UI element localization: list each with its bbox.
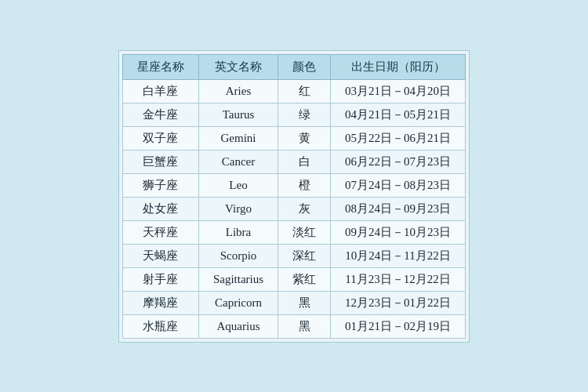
header-en: 英文名称 [198, 54, 278, 79]
table-row: 摩羯座Capricorn黑12月23日－01月22日 [122, 291, 465, 314]
cell-en: Aries [198, 79, 278, 103]
cell-color: 紫红 [278, 267, 331, 291]
zodiac-table: 星座名称 英文名称 颜色 出生日期（阳历） 白羊座Aries红03月21日－04… [122, 54, 466, 339]
cell-en: Sagittarius [198, 267, 278, 291]
cell-zh: 处女座 [122, 197, 198, 220]
table-row: 狮子座Leo橙07月24日－08月23日 [122, 173, 465, 197]
table-row: 水瓶座Aquarius黑01月21日－02月19日 [122, 314, 465, 338]
cell-date: 12月23日－01月22日 [331, 291, 466, 314]
cell-date: 09月24日－10月23日 [331, 220, 466, 244]
cell-en: Taurus [198, 103, 278, 126]
cell-color: 深红 [278, 244, 331, 267]
header-color: 颜色 [278, 54, 331, 79]
table-row: 天蝎座Scorpio深红10月24日－11月22日 [122, 244, 465, 267]
table-header-row: 星座名称 英文名称 颜色 出生日期（阳历） [122, 54, 465, 79]
cell-zh: 摩羯座 [122, 291, 198, 314]
table-row: 处女座Virgo灰08月24日－09月23日 [122, 197, 465, 220]
cell-date: 08月24日－09月23日 [331, 197, 466, 220]
cell-color: 红 [278, 79, 331, 103]
cell-color: 淡红 [278, 220, 331, 244]
cell-en: Gemini [198, 126, 278, 150]
table-body: 白羊座Aries红03月21日－04月20日金牛座Taurus绿04月21日－0… [122, 79, 465, 338]
cell-en: Cancer [198, 150, 278, 173]
table-row: 双子座Gemini黄05月22日－06月21日 [122, 126, 465, 150]
cell-color: 绿 [278, 103, 331, 126]
cell-en: Capricorn [198, 291, 278, 314]
cell-date: 04月21日－05月21日 [331, 103, 466, 126]
header-date: 出生日期（阳历） [331, 54, 466, 79]
cell-date: 01月21日－02月19日 [331, 314, 466, 338]
cell-en: Aquarius [198, 314, 278, 338]
table-row: 天秤座Libra淡红09月24日－10月23日 [122, 220, 465, 244]
cell-date: 10月24日－11月22日 [331, 244, 466, 267]
cell-color: 黄 [278, 126, 331, 150]
cell-zh: 巨蟹座 [122, 150, 198, 173]
cell-en: Leo [198, 173, 278, 197]
cell-date: 07月24日－08月23日 [331, 173, 466, 197]
cell-color: 灰 [278, 197, 331, 220]
cell-date: 05月22日－06月21日 [331, 126, 466, 150]
cell-color: 黑 [278, 291, 331, 314]
cell-date: 03月21日－04月20日 [331, 79, 466, 103]
table-row: 白羊座Aries红03月21日－04月20日 [122, 79, 465, 103]
cell-zh: 狮子座 [122, 173, 198, 197]
zodiac-table-container: 星座名称 英文名称 颜色 出生日期（阳历） 白羊座Aries红03月21日－04… [118, 50, 470, 343]
header-zh: 星座名称 [122, 54, 198, 79]
cell-color: 白 [278, 150, 331, 173]
cell-zh: 天蝎座 [122, 244, 198, 267]
cell-en: Scorpio [198, 244, 278, 267]
cell-date: 06月22日－07月23日 [331, 150, 466, 173]
table-row: 巨蟹座Cancer白06月22日－07月23日 [122, 150, 465, 173]
cell-zh: 射手座 [122, 267, 198, 291]
table-row: 金牛座Taurus绿04月21日－05月21日 [122, 103, 465, 126]
cell-date: 11月23日－12月22日 [331, 267, 466, 291]
cell-zh: 金牛座 [122, 103, 198, 126]
cell-zh: 白羊座 [122, 79, 198, 103]
cell-zh: 水瓶座 [122, 314, 198, 338]
cell-color: 黑 [278, 314, 331, 338]
cell-en: Virgo [198, 197, 278, 220]
cell-zh: 双子座 [122, 126, 198, 150]
cell-color: 橙 [278, 173, 331, 197]
cell-zh: 天秤座 [122, 220, 198, 244]
cell-en: Libra [198, 220, 278, 244]
table-row: 射手座Sagittarius紫红11月23日－12月22日 [122, 267, 465, 291]
